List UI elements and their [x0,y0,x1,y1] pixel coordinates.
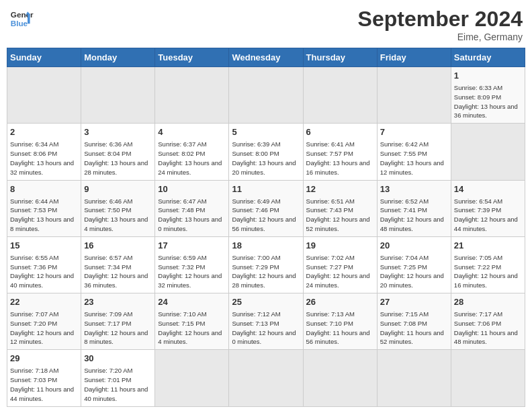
day-number: 24 [158,296,226,308]
day-number: 7 [380,126,448,138]
day-info: Sunrise: 6:33 AM Sunset: 8:09 PM Dayligh… [454,83,522,120]
day-info: Sunrise: 6:59 AM Sunset: 7:32 PM Dayligh… [158,253,226,290]
title-block: September 2024 Eime, Germany [358,7,523,42]
calendar-day-28: 28Sunrise: 7:17 AM Sunset: 7:06 PM Dayli… [451,293,525,350]
calendar-day-21: 21Sunrise: 7:05 AM Sunset: 7:22 PM Dayli… [451,236,525,293]
day-number: 2 [10,126,78,138]
day-info: Sunrise: 7:04 AM Sunset: 7:25 PM Dayligh… [380,253,448,290]
day-info: Sunrise: 6:36 AM Sunset: 8:04 PM Dayligh… [84,140,152,177]
day-info: Sunrise: 6:47 AM Sunset: 7:48 PM Dayligh… [158,197,226,234]
day-number: 29 [10,353,78,365]
day-info: Sunrise: 6:34 AM Sunset: 8:06 PM Dayligh… [10,140,78,177]
day-header-tuesday: Tuesday [155,48,229,67]
day-info: Sunrise: 7:12 AM Sunset: 7:13 PM Dayligh… [232,310,300,347]
day-info: Sunrise: 6:42 AM Sunset: 7:55 PM Dayligh… [380,140,448,177]
calendar-week-6: 29Sunrise: 7:18 AM Sunset: 7:03 PM Dayli… [7,350,525,406]
calendar-day-9: 9Sunrise: 6:46 AM Sunset: 7:50 PM Daylig… [81,180,155,236]
calendar-day-1: 1Sunrise: 6:33 AM Sunset: 8:09 PM Daylig… [451,67,525,124]
day-info: Sunrise: 7:09 AM Sunset: 7:17 PM Dayligh… [84,310,152,347]
day-number: 20 [380,240,448,252]
calendar-day-29: 29Sunrise: 7:18 AM Sunset: 7:03 PM Dayli… [7,350,81,406]
calendar-day-2: 2Sunrise: 6:34 AM Sunset: 8:06 PM Daylig… [7,124,81,180]
calendar-week-5: 22Sunrise: 7:07 AM Sunset: 7:20 PM Dayli… [7,293,525,350]
calendar-week-3: 8Sunrise: 6:44 AM Sunset: 7:53 PM Daylig… [7,180,525,236]
day-info: Sunrise: 7:15 AM Sunset: 7:08 PM Dayligh… [380,310,448,347]
calendar-day-18: 18Sunrise: 7:00 AM Sunset: 7:29 PM Dayli… [229,236,303,293]
day-number: 1 [454,70,522,82]
calendar-day-3: 3Sunrise: 6:36 AM Sunset: 8:04 PM Daylig… [81,124,155,180]
day-number: 16 [84,240,152,252]
svg-text:Blue: Blue [11,19,28,28]
day-number: 6 [306,126,374,138]
day-number: 13 [380,183,448,195]
day-header-sunday: Sunday [7,48,81,67]
calendar-day-26: 26Sunrise: 7:13 AM Sunset: 7:10 PM Dayli… [303,293,377,350]
day-info: Sunrise: 7:17 AM Sunset: 7:06 PM Dayligh… [454,310,522,347]
day-number: 11 [232,183,300,195]
calendar-day-27: 27Sunrise: 7:15 AM Sunset: 7:08 PM Dayli… [377,293,451,350]
calendar-day-6: 6Sunrise: 6:41 AM Sunset: 7:57 PM Daylig… [303,124,377,180]
calendar-day-10: 10Sunrise: 6:47 AM Sunset: 7:48 PM Dayli… [155,180,229,236]
day-header-monday: Monday [81,48,155,67]
day-info: Sunrise: 6:44 AM Sunset: 7:53 PM Dayligh… [10,197,78,234]
day-info: Sunrise: 7:18 AM Sunset: 7:03 PM Dayligh… [10,366,78,403]
day-number: 4 [158,126,226,138]
empty-cell [81,67,155,124]
calendar-table: SundayMondayTuesdayWednesdayThursdayFrid… [7,48,525,407]
day-info: Sunrise: 7:10 AM Sunset: 7:15 PM Dayligh… [158,310,226,347]
calendar-day-14: 14Sunrise: 6:54 AM Sunset: 7:39 PM Dayli… [451,180,525,236]
day-info: Sunrise: 6:57 AM Sunset: 7:34 PM Dayligh… [84,253,152,290]
page-header: General Blue September 2024 Eime, German… [7,7,525,42]
empty-cell [303,350,377,406]
day-number: 18 [232,240,300,252]
empty-cell [229,350,303,406]
day-info: Sunrise: 7:13 AM Sunset: 7:10 PM Dayligh… [306,310,374,347]
calendar-day-23: 23Sunrise: 7:09 AM Sunset: 7:17 PM Dayli… [81,293,155,350]
calendar-day-8: 8Sunrise: 6:44 AM Sunset: 7:53 PM Daylig… [7,180,81,236]
day-number: 3 [84,126,152,138]
logo: General Blue [9,7,34,31]
day-info: Sunrise: 7:05 AM Sunset: 7:22 PM Dayligh… [454,253,522,290]
calendar-day-12: 12Sunrise: 6:51 AM Sunset: 7:43 PM Dayli… [303,180,377,236]
day-header-thursday: Thursday [303,48,377,67]
calendar-day-4: 4Sunrise: 6:37 AM Sunset: 8:02 PM Daylig… [155,124,229,180]
calendar-day-25: 25Sunrise: 7:12 AM Sunset: 7:13 PM Dayli… [229,293,303,350]
day-info: Sunrise: 6:55 AM Sunset: 7:36 PM Dayligh… [10,253,78,290]
day-number: 26 [306,296,374,308]
day-info: Sunrise: 6:39 AM Sunset: 8:00 PM Dayligh… [232,140,300,177]
day-info: Sunrise: 6:37 AM Sunset: 8:02 PM Dayligh… [158,140,226,177]
calendar-day-13: 13Sunrise: 6:52 AM Sunset: 7:41 PM Dayli… [377,180,451,236]
day-info: Sunrise: 6:41 AM Sunset: 7:57 PM Dayligh… [306,140,374,177]
day-number: 22 [10,296,78,308]
empty-cell [303,67,377,124]
empty-cell [7,67,81,124]
calendar-week-2: 2Sunrise: 6:34 AM Sunset: 8:06 PM Daylig… [7,124,525,180]
calendar-day-30: 30Sunrise: 7:20 AM Sunset: 7:01 PM Dayli… [81,350,155,406]
day-info: Sunrise: 6:51 AM Sunset: 7:43 PM Dayligh… [306,197,374,234]
svg-text:General: General [11,10,34,19]
day-number: 27 [380,296,448,308]
day-info: Sunrise: 6:54 AM Sunset: 7:39 PM Dayligh… [454,197,522,234]
empty-cell [155,67,229,124]
day-info: Sunrise: 6:49 AM Sunset: 7:46 PM Dayligh… [232,197,300,234]
day-number: 19 [306,240,374,252]
month-title: September 2024 [358,7,523,32]
day-number: 5 [232,126,300,138]
day-header-friday: Friday [377,48,451,67]
day-header-saturday: Saturday [451,48,525,67]
day-number: 25 [232,296,300,308]
day-info: Sunrise: 7:00 AM Sunset: 7:29 PM Dayligh… [232,253,300,290]
day-number: 12 [306,183,374,195]
day-info: Sunrise: 7:20 AM Sunset: 7:01 PM Dayligh… [84,366,152,403]
day-header-wednesday: Wednesday [229,48,303,67]
logo-icon: General Blue [9,7,34,31]
day-number: 8 [10,183,78,195]
calendar-header-row: SundayMondayTuesdayWednesdayThursdayFrid… [7,48,525,67]
day-number: 23 [84,296,152,308]
empty-cell [155,350,229,406]
calendar-week-4: 15Sunrise: 6:55 AM Sunset: 7:36 PM Dayli… [7,236,525,293]
calendar-day-24: 24Sunrise: 7:10 AM Sunset: 7:15 PM Dayli… [155,293,229,350]
day-number: 9 [84,183,152,195]
empty-cell [229,67,303,124]
calendar-day-7: 7Sunrise: 6:42 AM Sunset: 7:55 PM Daylig… [377,124,451,180]
